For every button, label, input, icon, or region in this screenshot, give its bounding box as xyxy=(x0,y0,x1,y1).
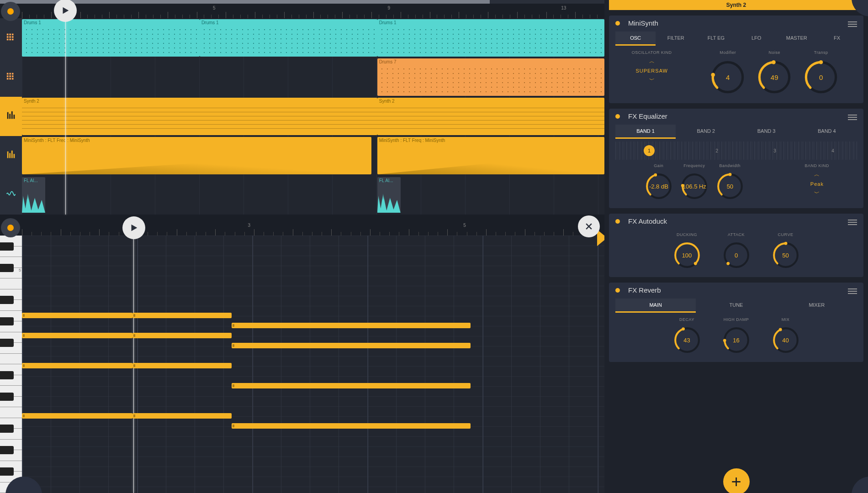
piano-key[interactable] xyxy=(0,343,22,354)
autoduck-enable-led[interactable] xyxy=(615,219,620,224)
note[interactable] xyxy=(132,413,232,419)
clip[interactable]: MiniSynth : FLT Freq : MiniSynth xyxy=(22,137,371,174)
track-header[interactable] xyxy=(0,18,22,58)
knob-high damp[interactable]: 16 xyxy=(721,325,752,356)
tab-fx[interactable]: FX xyxy=(817,31,857,46)
piano-key[interactable] xyxy=(0,354,22,365)
song-overview[interactable] xyxy=(0,0,604,4)
knob-ducking[interactable]: 100 xyxy=(672,240,703,271)
tab-mixer[interactable]: MIXER xyxy=(777,299,857,313)
hamburger-menu-icon[interactable] xyxy=(848,113,857,120)
piano-key[interactable] xyxy=(0,429,22,440)
piano-key[interactable] xyxy=(0,450,22,461)
chevron-down-icon[interactable]: ﹀ xyxy=(814,189,820,197)
track-lane[interactable]: Drums 1Drums 1Drums 1 xyxy=(22,18,604,58)
note[interactable] xyxy=(22,413,132,419)
note[interactable] xyxy=(132,333,232,338)
play-song-button[interactable] xyxy=(54,0,77,22)
piano-key[interactable] xyxy=(0,407,22,418)
pianoroll-bar[interactable]: 35 xyxy=(0,217,604,236)
tab-osc[interactable]: OSC xyxy=(615,31,656,46)
knob-frequency[interactable]: 106.5 Hz xyxy=(679,171,710,202)
play-pattern-button[interactable] xyxy=(122,216,145,239)
record-button[interactable] xyxy=(1,2,20,21)
note[interactable] xyxy=(22,313,132,318)
knob-decay[interactable]: 43 xyxy=(672,325,703,356)
knob-attack[interactable]: 0 xyxy=(721,240,752,271)
chevron-up-icon[interactable]: ︿ xyxy=(814,171,820,178)
song-playhead[interactable] xyxy=(65,18,66,215)
add-fx-button[interactable]: + xyxy=(723,468,750,493)
knob-bandwidth[interactable]: 50 xyxy=(715,171,746,202)
note[interactable] xyxy=(22,333,132,338)
track-lane[interactable]: Drums 7 xyxy=(22,58,604,97)
clip[interactable]: Drums 1 xyxy=(377,19,604,57)
clip[interactable]: FL Al... xyxy=(377,177,401,213)
tab-band-1[interactable]: BAND 1 xyxy=(615,125,676,139)
eq-band-marker[interactable]: 4 xyxy=(831,148,834,153)
bottom-right-handle[interactable] xyxy=(852,477,868,493)
knob-gain[interactable]: -2.8 dB xyxy=(643,171,674,202)
chevron-down-icon[interactable]: ﹀ xyxy=(649,76,655,84)
piano-key[interactable] xyxy=(0,397,22,408)
eq-band-handle[interactable]: 1 xyxy=(644,145,655,156)
tab-tune[interactable]: TUNE xyxy=(696,299,776,313)
hamburger-menu-icon[interactable] xyxy=(848,218,857,225)
track-row[interactable]: Drums 7 xyxy=(0,58,604,97)
note[interactable] xyxy=(232,383,471,388)
track-row[interactable]: FL Al...FL Al... xyxy=(0,175,604,215)
tab-lfo[interactable]: LFO xyxy=(736,31,777,46)
hamburger-menu-icon[interactable] xyxy=(848,20,857,26)
panel-title-tab[interactable]: Synth 2 xyxy=(609,0,863,10)
clip[interactable]: Synth 2 xyxy=(22,98,377,135)
tab-band-4[interactable]: BAND 4 xyxy=(797,125,857,139)
track-lane[interactable]: Synth 2Synth 2 xyxy=(22,97,604,136)
knob-curve[interactable]: 50 xyxy=(770,240,801,271)
knob-modifier[interactable]: 4 xyxy=(708,58,747,97)
eq-frequency-strip[interactable]: 1234 xyxy=(615,142,857,160)
tab-flt-eg[interactable]: FLT EG xyxy=(696,31,736,46)
note[interactable] xyxy=(232,343,471,348)
clip[interactable]: MiniSynth : FLT Freq : MiniSynth xyxy=(377,137,604,174)
hamburger-menu-icon[interactable] xyxy=(848,287,857,294)
clip[interactable]: Synth 2 xyxy=(377,98,604,135)
clip[interactable]: FL Al... xyxy=(22,177,45,213)
pianoroll-record-button[interactable] xyxy=(1,218,20,237)
osc-kind-selector[interactable]: ︿ SUPERSAW ﹀ xyxy=(635,58,668,84)
tab-filter[interactable]: FILTER xyxy=(656,31,696,46)
clip[interactable]: Drums 7 xyxy=(377,58,604,96)
track-row[interactable]: Drums 1Drums 1Drums 1 xyxy=(0,18,604,58)
note[interactable] xyxy=(22,363,132,368)
tab-band-3[interactable]: BAND 3 xyxy=(736,125,797,139)
band-kind-selector[interactable]: ︿ Peak ﹀ xyxy=(810,171,824,197)
reverb-enable-led[interactable] xyxy=(615,288,620,293)
track-lane[interactable]: FL Al...FL Al... xyxy=(22,175,604,215)
track-header[interactable] xyxy=(0,136,22,175)
track-lane[interactable]: MiniSynth : FLT Freq : MiniSynthMiniSynt… xyxy=(22,136,604,175)
piano-key[interactable] xyxy=(0,321,22,332)
track-row[interactable]: MiniSynth : FLT Freq : MiniSynthMiniSynt… xyxy=(0,136,604,175)
chevron-up-icon[interactable]: ︿ xyxy=(649,58,655,65)
knob-mix[interactable]: 40 xyxy=(770,325,801,356)
tab-main[interactable]: MAIN xyxy=(615,299,696,313)
pianoroll-grid[interactable] xyxy=(22,236,604,493)
eq-band-marker[interactable]: 3 xyxy=(773,148,776,153)
piano-key[interactable]: 5 xyxy=(0,268,22,279)
piano-key[interactable] xyxy=(0,246,22,257)
note[interactable] xyxy=(132,313,232,318)
note[interactable] xyxy=(132,363,232,368)
track-row[interactable]: Synth 2Synth 2 xyxy=(0,97,604,136)
piano-key[interactable] xyxy=(0,300,22,311)
song-timeline-bar[interactable]: 5913 xyxy=(0,0,604,18)
eq-enable-led[interactable] xyxy=(615,114,620,119)
piano-key[interactable] xyxy=(0,278,22,289)
note[interactable] xyxy=(232,423,471,429)
knob-transp[interactable]: 0 xyxy=(801,58,841,97)
clip[interactable]: Drums 1 xyxy=(22,19,200,57)
knob-noise[interactable]: 49 xyxy=(755,58,794,97)
tab-master[interactable]: MASTER xyxy=(777,31,817,46)
piano-key[interactable] xyxy=(0,375,22,386)
track-header[interactable] xyxy=(0,175,22,215)
piano-keys[interactable]: 5 xyxy=(0,236,22,493)
minisynth-enable-led[interactable] xyxy=(615,21,620,26)
